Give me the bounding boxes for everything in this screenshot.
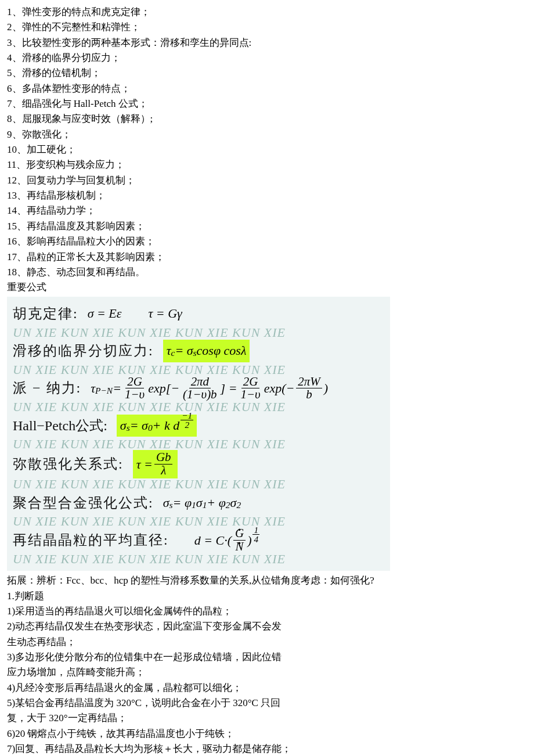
topic-item: 5、滑移的位错机制； bbox=[7, 66, 527, 81]
watermark-row: UN XIE KUN XIE KUN XIE KUN XIE KUN XIE bbox=[13, 516, 384, 527]
topic-item: 15、再结晶温度及其影响因素； bbox=[7, 219, 527, 234]
topic-item: 9、弥散强化； bbox=[7, 127, 527, 142]
formula-eq: σ = Eε bbox=[88, 304, 122, 323]
formula-label: 弥散强化关系式: bbox=[13, 453, 124, 475]
formula-section-title: 重要公式 bbox=[7, 280, 527, 295]
extension-text: 拓展：辨析：Fcc、bcc、hcp 的塑性与滑移系数量的关系,从位错角度考虑：如… bbox=[7, 573, 527, 588]
formula-pn: 派 − 纳力: τP−N = 2G1−υ exp[− 2πd(1−υ)b ] =… bbox=[13, 376, 384, 402]
question-item: 4)凡经冷变形后再结晶退火的金属，晶粒都可以细化； bbox=[7, 681, 527, 696]
topic-item: 16、影响再结晶晶粒大小的因素； bbox=[7, 234, 527, 249]
formula-eq: σs = φ1σ1 + φ2σ2 bbox=[163, 493, 241, 513]
topic-item: 8、屈服现象与应变时效（解释）; bbox=[7, 111, 527, 127]
topic-item: 11、形变织构与残余应力； bbox=[7, 157, 527, 172]
topic-item: 17、晶粒的正常长大及其影响因素； bbox=[7, 250, 527, 265]
formula-label: 胡克定律: bbox=[13, 303, 78, 325]
formula-label: 再结晶晶粒的平均直径: bbox=[13, 530, 169, 551]
watermark-row: UN XIE KUN XIE KUN XIE KUN XIE KUN XIE bbox=[13, 364, 384, 376]
judgement-title: 1.判断题 bbox=[7, 589, 527, 604]
formula-label: 派 − 纳力: bbox=[13, 377, 81, 399]
formula-alloy: 聚合型合金强化公式: σs = φ1σ1 + φ2σ2 bbox=[13, 490, 384, 516]
formula-hooke: 胡克定律: σ = Eε τ = Gγ bbox=[13, 301, 384, 327]
topic-item: 18、静态、动态回复和再结晶。 bbox=[7, 265, 527, 280]
formula-label: 滑移的临界分切应力: bbox=[13, 340, 154, 362]
watermark-row: UN XIE KUN XIE KUN XIE KUN XIE KUN XIE bbox=[13, 553, 384, 565]
topic-item: 4、滑移的临界分切应力； bbox=[7, 51, 527, 66]
formula-eq: d = C·( G N ) 14 bbox=[194, 527, 259, 553]
topic-item: 7、细晶强化与 Hall-Petch 公式； bbox=[7, 96, 527, 111]
topic-item: 13、再结晶形核机制； bbox=[7, 188, 527, 203]
formula-dispersion: 弥散强化关系式: τ = Gbλ bbox=[13, 450, 384, 478]
formula-block: 胡克定律: σ = Eε τ = Gγ UN XIE KUN XIE KUN X… bbox=[7, 297, 390, 571]
topic-item: 12、回复动力学与回复机制； bbox=[7, 173, 527, 188]
formula-eq: τP−N = 2G1−υ exp[− 2πd(1−υ)b ] = 2G1−υ e… bbox=[91, 376, 328, 402]
formula-crss: 滑移的临界分切应力: τc = σs cosφ cosλ bbox=[13, 339, 384, 364]
watermark-row: UN XIE KUN XIE KUN XIE KUN XIE KUN XIE bbox=[13, 327, 384, 339]
question-item: 6)20 钢熔点小于纯铁，故其再结晶温度也小于纯铁； bbox=[7, 726, 527, 741]
topic-item: 6、多晶体塑性变形的特点； bbox=[7, 81, 527, 96]
topics-list: 1、弹性变形的特点和虎克定律； 2、弹性的不完整性和粘弹性； 3、比较塑性变形的… bbox=[7, 5, 527, 280]
question-item: 3)多边形化使分散分布的位错集中在一起形成位错墙，因此位错 bbox=[7, 650, 527, 665]
watermark-row: UN XIE KUN XIE KUN XIE KUN XIE KUN XIE bbox=[13, 478, 384, 490]
question-item: 复，大于 320°一定再结晶； bbox=[7, 711, 527, 726]
topic-item: 10、加工硬化； bbox=[7, 142, 527, 157]
formula-eq-highlight: σs = σ0 + k d −12 bbox=[117, 415, 197, 437]
question-item: 应力场增加，点阵畸变能升高； bbox=[7, 665, 527, 680]
question-item: 7)回复、再结晶及晶粒长大均为形核＋长大，驱动力都是储存能； bbox=[7, 741, 527, 756]
formula-label: 聚合型合金强化公式: bbox=[13, 492, 154, 514]
topic-item: 2、弹性的不完整性和粘弹性； bbox=[7, 20, 527, 35]
watermark-row: UN XIE KUN XIE KUN XIE KUN XIE KUN XIE bbox=[13, 401, 384, 413]
question-item: 生动态再结晶； bbox=[7, 635, 527, 650]
question-item: 5)某铝合金再结晶温度为 320°C，说明此合金在小于 320°C 只回 bbox=[7, 696, 527, 711]
question-item: 1)采用适当的再结晶退火可以细化金属铸件的晶粒； bbox=[7, 604, 527, 619]
formula-eq-highlight: τ = Gbλ bbox=[133, 450, 178, 478]
formula-eq: τ = Gγ bbox=[148, 304, 182, 323]
topic-item: 3、比较塑性变形的两种基本形式：滑移和孪生的异同点: bbox=[7, 35, 527, 51]
watermark-row: UN XIE KUN XIE KUN XIE KUN XIE KUN XIE bbox=[13, 438, 384, 450]
formula-hall-petch: Hall−Petch公式: σs = σ0 + k d −12 bbox=[13, 413, 384, 438]
question-item: 2)动态再结晶仅发生在热变形状态，因此室温下变形金属不会发 bbox=[7, 619, 527, 634]
formula-label: Hall−Petch公式: bbox=[13, 415, 107, 437]
questions-list: 1)采用适当的再结晶退火可以细化金属铸件的晶粒； 2)动态再结晶仅发生在热变形状… bbox=[7, 604, 527, 756]
formula-eq-highlight: τc = σs cosφ cosλ bbox=[163, 340, 250, 362]
formula-grain: 再结晶晶粒的平均直径: d = C·( G N ) 14 bbox=[13, 527, 384, 553]
topic-item: 1、弹性变形的特点和虎克定律； bbox=[7, 5, 527, 20]
topic-item: 14、再结晶动力学； bbox=[7, 203, 527, 218]
